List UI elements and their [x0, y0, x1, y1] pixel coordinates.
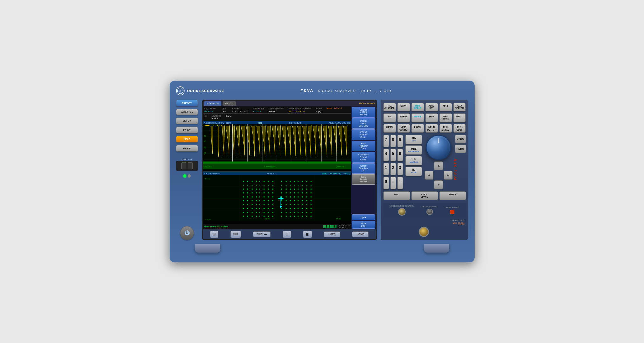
mkr-button[interactable]: MKR [439, 103, 452, 112]
mkr-arrow-button[interactable]: MKR→ [453, 113, 466, 122]
ampt-scale-button[interactable]: AMPTSCALE [411, 103, 424, 112]
svg-point-61 [247, 192, 248, 193]
unit-mhz[interactable]: MHzms dBm mV [405, 145, 422, 155]
display-button[interactable]: DISPLAY [253, 231, 271, 237]
svg-point-149 [285, 200, 286, 201]
split-button[interactable]: ⊟ [283, 231, 291, 238]
num-5[interactable]: 5 [390, 149, 396, 161]
trace-button[interactable]: TRACE [411, 113, 424, 122]
svg-point-70 [251, 200, 252, 201]
unit-ghz[interactable]: GHzs / V [405, 135, 422, 144]
span-button[interactable]: SPAN [397, 103, 410, 112]
status-bar: Measurement Complete [203, 224, 351, 229]
enter-button[interactable]: ENTER [439, 191, 466, 200]
redo-button[interactable]: REDO [455, 145, 466, 153]
preset-button[interactable]: PRESET [176, 100, 198, 106]
sweep-button[interactable]: SWEEP [397, 113, 410, 122]
mode-button[interactable]: MODE [176, 145, 198, 152]
svg-point-146 [290, 196, 291, 197]
num-dot[interactable]: . [390, 177, 396, 189]
arrow-right[interactable]: ► [444, 171, 453, 180]
svg-point-73 [247, 204, 248, 205]
num-6[interactable]: 6 [397, 149, 403, 161]
softkey-constell[interactable]: Constell vsSymbolCarrier [352, 152, 375, 162]
svg-point-153 [285, 204, 286, 205]
power-button[interactable]: ⏻ [180, 226, 194, 240]
softkey-settings[interactable]: SettingsGeneralDemod [352, 107, 375, 118]
svg-point-187 [310, 196, 311, 197]
input-output-button[interactable]: INPUT/OUTPUT [425, 124, 438, 133]
tab-spectrum[interactable]: Spectrum [204, 101, 222, 106]
meas-config-button[interactable]: MEASCONFIG [397, 124, 410, 133]
save-rcl-button[interactable]: SAVE / RCL [176, 109, 198, 115]
mkr-funct-button[interactable]: MKRFUNCT [439, 113, 452, 122]
svg-point-205 [302, 216, 303, 217]
usb-port-1[interactable] [181, 162, 186, 169]
arrow-left[interactable]: ◄ [425, 171, 433, 180]
softkey-carrier-sel[interactable]: CarrierSelectionAll [352, 163, 375, 174]
connectors-row: NOISE SOURCE CONTROL PROBE SENSOR PROBE … [383, 203, 466, 218]
help-button[interactable]: HELP [176, 136, 198, 143]
svg-point-121 [263, 212, 264, 213]
num-7[interactable]: 7 [383, 135, 389, 147]
tab-wlan[interactable]: WLAN [223, 101, 236, 106]
run-single-button[interactable]: RUNSINGLE [439, 124, 452, 133]
svg-point-109 [263, 200, 264, 201]
softkey-up[interactable]: Up ◄ [352, 214, 375, 220]
svg-point-102 [268, 192, 269, 193]
windows-button[interactable]: ⊞ [210, 231, 218, 238]
evm-tab[interactable]: EVM Constell [359, 102, 374, 105]
num-3[interactable]: 3 [397, 163, 403, 175]
num-4[interactable]: 4 [383, 149, 389, 161]
svg-point-204 [297, 216, 298, 217]
instrument-body: ® ROHDE&SCHWARZ FSVA SIGNAL ANALYZER · 1… [170, 81, 475, 263]
num-1[interactable]: 1 [383, 163, 389, 175]
softkey-error-freq[interactable]: ErrorFrequencyPhase [352, 141, 375, 151]
auto-set-button[interactable]: AUTOSET [425, 103, 438, 112]
setup-button[interactable]: SETUP [176, 118, 198, 124]
svg-point-131 [294, 181, 295, 182]
arrow-empty-bl [425, 180, 433, 189]
status-date: 19.04.2013 [339, 224, 350, 226]
lines-button[interactable]: LINES [411, 124, 424, 133]
unit-khz[interactable]: kHzμs dB μV [405, 156, 422, 165]
unit-hz[interactable]: Hzns nV [405, 167, 422, 176]
svg-point-130 [290, 181, 291, 182]
bw-button[interactable]: BW [383, 113, 396, 122]
usb-port-2[interactable] [188, 162, 193, 169]
softkey-more[interactable]: More1/2 ► [352, 221, 375, 229]
layout-button[interactable]: ◧ [303, 231, 312, 238]
softkey-evm-symbol[interactable]: EVM vsSymbolCarrier [352, 129, 375, 140]
print-button[interactable]: PRINT [176, 127, 198, 133]
meas-button[interactable]: MEAS [383, 124, 396, 133]
num-2[interactable]: 2 [390, 163, 396, 175]
arrow-up[interactable]: ▲ [434, 161, 443, 170]
num-backspace[interactable]: ← [397, 177, 403, 189]
peak-search-button[interactable]: PEAKSEARCH [453, 103, 466, 112]
num-8[interactable]: 8 [390, 135, 396, 147]
undo-button[interactable]: UNDO [455, 135, 466, 143]
home-button[interactable]: HOME [352, 231, 369, 237]
keyboard-button[interactable]: ⌨ [230, 231, 241, 238]
svg-point-139 [294, 188, 295, 190]
esc-button[interactable]: ESC [383, 191, 410, 200]
run-cont-button[interactable]: RUNCONT [453, 124, 466, 133]
probe-power-label: PROBE POWER [445, 207, 459, 209]
user-button[interactable]: USER [324, 231, 340, 237]
arrow-down[interactable]: ▼ [434, 180, 443, 189]
freq-channel-button[interactable]: FREQCHANNEL [383, 103, 396, 112]
chart-a-title: A Capture Memory / dBm [204, 121, 231, 124]
num-0[interactable]: 0 [383, 177, 389, 189]
svg-point-97 [263, 188, 264, 190]
svg-point-95 [272, 185, 273, 186]
svg-point-100 [259, 192, 260, 193]
softkey-gating[interactable]: GatingSettingsOn · Off [352, 174, 375, 185]
num-9[interactable]: 9 [397, 135, 403, 147]
softkey-display[interactable]: DisplayGraphList1 List2 [352, 118, 375, 129]
svg-point-80 [243, 212, 244, 213]
main-knob[interactable] [426, 135, 451, 160]
trig-button[interactable]: TRIG [425, 113, 438, 122]
backspace-button[interactable]: BACK-SPACE [411, 191, 438, 200]
svg-point-60 [243, 192, 244, 193]
foot-left [195, 244, 220, 253]
